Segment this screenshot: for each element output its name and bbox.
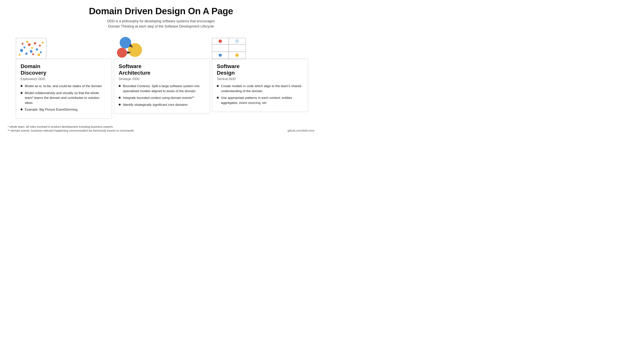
svg-point-12	[38, 54, 40, 56]
bullet-dot-icon	[20, 108, 22, 110]
footnote-2: ** domain events: business-relevant happ…	[8, 129, 134, 132]
list-item: Use appropriate patterns in each context…	[217, 96, 303, 105]
svg-point-15	[19, 54, 20, 56]
bullet-dot-icon	[119, 104, 120, 106]
bullet-dot-icon	[217, 97, 219, 99]
bullet-dot-icon	[20, 85, 22, 87]
design-heading: Software Design	[217, 63, 303, 76]
svg-point-14	[42, 42, 44, 44]
page-title: Domain Driven Design On A Page	[89, 6, 233, 16]
svg-point-6	[28, 43, 30, 46]
svg-point-29	[235, 54, 239, 57]
column-architecture: Software Architecture Strategic DDD Boun…	[112, 36, 210, 114]
list-item: Bounded Contexts: Split a large software…	[119, 84, 205, 94]
bullet-dot-icon	[119, 85, 120, 87]
list-item: Identify strategically significant core …	[119, 102, 205, 107]
bullet-text: Identify strategically significant core …	[123, 102, 188, 107]
bullet-text: Model as-is, to-be, and could-be states …	[25, 84, 102, 89]
svg-point-8	[39, 44, 41, 46]
page-subtitle: DDD is a philosophy for developing softw…	[107, 19, 215, 29]
footnote-1: * whole team: all roles involved in prod…	[8, 125, 134, 128]
architecture-subheading: Strategic DDD	[119, 77, 205, 81]
discovery-icon-area	[16, 36, 112, 59]
github-link: github.com/ddd-crew	[288, 129, 314, 132]
architecture-card: Software Architecture Strategic DDD Boun…	[114, 59, 210, 114]
bullet-dot-icon	[217, 85, 219, 87]
discovery-heading: Domain Discovery	[20, 63, 107, 76]
bullet-text: Use appropriate patterns in each context…	[221, 96, 303, 105]
svg-point-2	[30, 50, 32, 53]
design-card: Software Design Tactical DDD Create mode…	[212, 59, 308, 112]
architecture-icon-area	[114, 36, 210, 59]
svg-point-5	[24, 46, 26, 48]
discovery-card: Domain Discovery Exploratory DDD Model a…	[16, 59, 112, 119]
design-table-svg	[212, 38, 246, 59]
svg-point-4	[40, 51, 42, 53]
svg-point-0	[20, 49, 23, 52]
svg-point-3	[36, 48, 38, 50]
svg-point-28	[219, 54, 222, 57]
svg-point-9	[22, 43, 24, 44]
discovery-subheading: Exploratory DDD	[20, 77, 107, 81]
svg-point-13	[31, 47, 33, 49]
svg-point-1	[25, 52, 28, 55]
subtitle-line2: Domain Thinking at each step of the Soft…	[108, 24, 214, 28]
column-design: Software Design Tactical DDD Create mode…	[210, 36, 308, 112]
architecture-heading: Software Architecture	[119, 63, 205, 76]
discovery-bullet-list: Model as-is, to-be, and could-be states …	[20, 84, 107, 112]
bullet-text: Create models in code which align to the…	[221, 84, 303, 94]
bullet-text: Model collaboratively and visually so th…	[25, 90, 107, 106]
bullet-text: Example: Big Picture EventStorming	[25, 107, 78, 112]
footnotes-left: * whole team: all roles involved in prod…	[8, 125, 134, 132]
columns-container: Domain Discovery Exploratory DDD Model a…	[8, 36, 314, 119]
svg-point-27	[236, 40, 238, 42]
design-bullet-list: Create models in code which align to the…	[217, 84, 303, 105]
svg-point-17	[117, 48, 127, 58]
svg-point-7	[34, 42, 36, 44]
svg-point-25	[218, 40, 222, 43]
architecture-bullet-list: Bounded Contexts: Split a large software…	[119, 84, 205, 107]
subtitle-line1: DDD is a philosophy for developing softw…	[107, 19, 215, 23]
arch-circles-svg	[114, 37, 146, 59]
list-item: Model collaboratively and visually so th…	[20, 90, 107, 106]
discovery-dotted-box	[16, 38, 46, 59]
bullet-text: Integrate bounded context using domain e…	[123, 96, 194, 100]
column-discovery: Domain Discovery Exploratory DDD Model a…	[14, 36, 112, 119]
svg-point-10	[32, 53, 34, 55]
list-item: Integrate bounded context using domain e…	[119, 96, 205, 100]
bullet-text: Bounded Contexts: Split a large software…	[123, 84, 205, 94]
scatter-dots-icon	[18, 40, 45, 57]
svg-point-11	[26, 40, 28, 43]
list-item: Create models in code which align to the…	[217, 84, 303, 94]
design-table-icon	[212, 37, 246, 59]
footnotes: * whole team: all roles involved in prod…	[8, 125, 314, 132]
list-item: Example: Big Picture EventStorming	[20, 107, 107, 112]
bullet-dot-icon	[119, 97, 120, 99]
bullet-dot-icon	[20, 92, 22, 94]
design-subheading: Tactical DDD	[217, 77, 303, 81]
design-icon-area	[212, 36, 308, 59]
list-item: Model as-is, to-be, and could-be states …	[20, 84, 107, 89]
architecture-circles-icon	[114, 37, 146, 59]
